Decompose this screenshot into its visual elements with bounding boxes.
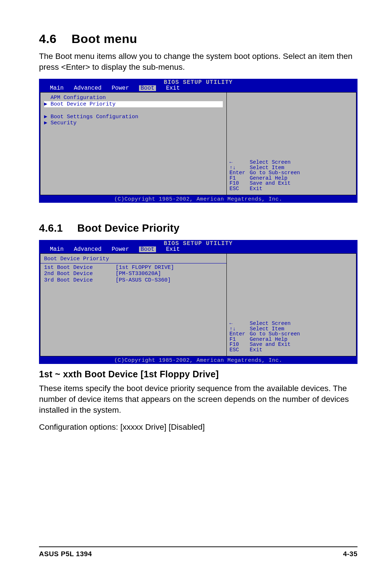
bios-tab-main: Main [50,246,64,252]
bios-help-row: F10Save and Exit [230,342,355,347]
bios-menu-item: ▶ Boot Device Priority [44,101,223,107]
footer-product: ASUS P5L 1394 [39,550,92,558]
bios-help-row: Select Screen [230,160,355,165]
bios-help-row: ESCExit [230,186,355,192]
footer-page-number: 4-35 [343,550,358,558]
bios-help-row: F1General Help [230,337,355,342]
section-number: 4.6 [39,32,72,46]
bios-help-desc: Save and Exit [250,342,291,347]
bios-help-desc: Select Screen [250,321,291,326]
bios-copyright: (C)Copyright 1985-2002, American Megatre… [39,196,358,203]
bios-help-key: F10 [230,342,250,347]
bios-help-key: Enter [230,170,250,176]
bios-help-desc: Go to Sub-screen [250,170,300,176]
subsection-title: Boot Device Priority [77,222,179,234]
bios-tab-power: Power [112,85,129,91]
subsection-number: 4.6.1 [39,222,77,234]
bios-left-panel: Boot Device Priority1st Boot Device [1st… [40,253,227,356]
bios-help-key: ESC [230,186,250,192]
arrow-left-icon [230,160,250,165]
bios-title: BIOS SETUP UTILITY [39,240,358,246]
bios-tabs: Main Advanced Power Boot Exit [39,85,358,92]
bios-tab-main: Main [50,85,64,91]
bios-right-panel: Select ScreenSelect ItemEnterGo to Sub-s… [227,253,356,356]
bios-help-desc: Save and Exit [250,181,291,186]
bios-help-row: Select Screen [230,321,355,326]
bios-setting-row: 3rd Boot Device [PS-ASUS CD-S360] [44,277,223,283]
bios-left-panel: APM Configuration▶ Boot Device Priority … [40,92,227,195]
arrow-ud-icon [230,326,250,332]
bios-help-row: Select Item [230,165,355,171]
bios-tab-advanced: Advanced [74,246,101,252]
bios-help-key: ESC [230,347,250,353]
bios-help-desc: Exit [250,186,263,192]
intro-paragraph: The Boot menu items allow you to change … [39,51,358,72]
option-description: These items specify the boot device prio… [39,383,358,415]
bios-menu-item: ▶ Security [44,120,223,126]
bios-help-row: Select Item [230,326,355,332]
bios-tab-advanced: Advanced [74,85,101,91]
bios-tab-exit: Exit [166,85,180,91]
page-footer: ASUS P5L 1394 4-35 [39,546,358,558]
option-config: Configuration options: [xxxxx Drive] [Di… [39,422,358,433]
bios-help-key: F1 [230,337,250,342]
bios-help-desc: Select Item [250,165,285,171]
bios-setting-row: 1st Boot Device [1st FLOPPY DRIVE] [44,265,223,271]
bios-help-key: F1 [230,176,250,181]
bios-copyright: (C)Copyright 1985-2002, American Megatre… [39,357,358,364]
bios-help-desc: General Help [250,176,287,181]
bios-help-row: ESCExit [230,347,355,353]
subsection-heading: 4.6.1Boot Device Priority [39,222,358,234]
bios-right-panel: Select ScreenSelect ItemEnterGo to Sub-s… [227,92,356,195]
arrow-left-icon [230,321,250,326]
bios-help-key: Enter [230,331,250,337]
section-heading: 4.6Boot menu [39,32,358,46]
bios-tabs: Main Advanced Power Boot Exit [39,246,358,253]
bios-help-keys: Select ScreenSelect ItemEnterGo to Sub-s… [230,160,355,191]
bios-help-desc: Select Item [250,326,285,332]
bios-menu-item: APM Configuration [44,95,223,101]
bios-help-keys: Select ScreenSelect ItemEnterGo to Sub-s… [230,321,355,352]
bios-help-desc: Select Screen [250,160,291,165]
bios-tab-boot: Boot [139,246,156,252]
arrow-ud-icon [230,165,250,171]
bios-menu-item [44,107,223,113]
bios-menu-item: ▶ Boot Settings Configuration [44,114,223,120]
bios-help-desc: Exit [250,347,263,353]
option-heading: 1st ~ xxth Boot Device [1st Floppy Drive… [39,369,358,379]
bios-setting-row: 2nd Boot Device [PM-ST330620A] [44,271,223,277]
bios-tab-boot: Boot [139,85,156,91]
section-title: Boot menu [72,32,137,46]
bios-panel-header: Boot Device Priority [44,256,223,262]
bios-tab-exit: Exit [166,246,180,252]
bios-help-key: F10 [230,181,250,186]
bios-help-row: F1General Help [230,176,355,181]
bios-screenshot-boot-priority: BIOS SETUP UTILITY Main Advanced Power B… [39,240,358,364]
bios-help-row: EnterGo to Sub-screen [230,331,355,337]
bios-help-desc: General Help [250,337,287,342]
bios-help-row: EnterGo to Sub-screen [230,170,355,176]
bios-tab-power: Power [112,246,129,252]
bios-separator [40,263,226,263]
bios-screenshot-boot-menu: BIOS SETUP UTILITY Main Advanced Power B… [39,79,358,203]
bios-title: BIOS SETUP UTILITY [39,79,358,85]
bios-help-desc: Go to Sub-screen [250,331,300,337]
bios-help-row: F10Save and Exit [230,181,355,186]
